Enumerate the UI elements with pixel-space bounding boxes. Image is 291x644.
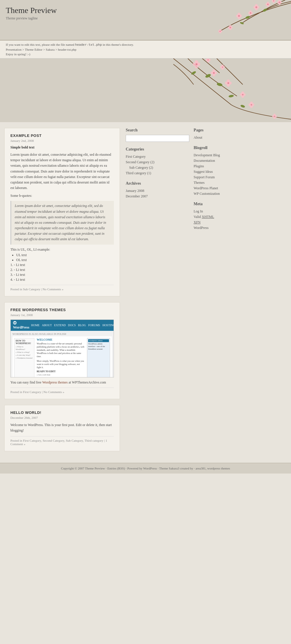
page-link[interactable]: About xyxy=(194,135,202,140)
post-1-footer: Posted in Sub Category | No Comments » xyxy=(10,285,114,291)
list-item[interactable]: Plugins xyxy=(194,164,246,169)
list-item[interactable]: Sub Category (2) xyxy=(126,165,189,170)
nav-item: DOCS xyxy=(68,324,76,327)
blogroll-link[interactable]: WP Customization xyxy=(194,192,220,196)
wp-main-mini: WELCOME WordPress is a state-of-the-art … xyxy=(37,338,85,377)
post-1: EXAMPLE POST January 2nd, 2008 Simple bo… xyxy=(4,128,120,296)
category-link[interactable]: First Category xyxy=(126,155,146,159)
list-item[interactable]: January 2008 xyxy=(126,188,189,194)
search-widget: Search xyxy=(126,128,189,142)
category-link[interactable]: Second Category (2) xyxy=(126,160,154,164)
list-item[interactable]: December 2007 xyxy=(126,194,189,199)
svg-point-46 xyxy=(240,104,245,108)
right-sidebar: Pages About Blogroll Development Blog Do… xyxy=(194,128,246,457)
nav-item: HOME xyxy=(31,324,39,327)
blogroll-link[interactable]: Support Forum xyxy=(194,175,215,179)
blogroll-link[interactable]: Documentation xyxy=(194,159,215,163)
category-link[interactable]: Third category (1) xyxy=(126,171,151,175)
svg-point-57 xyxy=(213,72,215,74)
floral-svg xyxy=(0,58,291,122)
footer-text: Copyright © 2007 Theme Preview · Entries… xyxy=(61,467,230,470)
floral-area xyxy=(0,58,291,122)
post-1-bquote-label: Some b-quotes: xyxy=(10,194,114,198)
svg-point-87 xyxy=(222,67,223,68)
list-item: ◦ Li text xyxy=(14,268,114,272)
post-1-ul: UL text OL text xyxy=(16,253,114,262)
meta-link[interactable]: Log In xyxy=(194,209,203,213)
archive-list: January 2008 December 2007 xyxy=(126,188,189,199)
list-item[interactable]: Themes xyxy=(194,180,246,186)
list-item: OL text xyxy=(16,258,114,262)
svg-point-62 xyxy=(227,82,229,84)
list-item[interactable]: Development Blog xyxy=(194,153,246,158)
post-1-li-list: ◦ Li text ◦ Li text ◦ Li text ◦ Li text xyxy=(14,263,114,282)
post-2-date: January 1st, 2008 xyxy=(10,313,114,317)
svg-point-52 xyxy=(196,63,198,65)
list-item[interactable]: Suggest Ideas xyxy=(194,169,246,175)
search-title: Search xyxy=(126,128,189,133)
list-item[interactable]: Second Category (2) xyxy=(126,159,189,165)
list-item[interactable]: Documentation xyxy=(194,158,246,164)
blogroll-link[interactable]: Themes xyxy=(194,181,205,185)
list-item: ◦ Li text xyxy=(14,263,114,267)
list-item[interactable]: Valid XHTML xyxy=(194,214,246,220)
post-1-bold: Simple bold text xyxy=(10,145,114,150)
nav-item: BLOG xyxy=(78,324,86,327)
blogroll-link[interactable]: WordPress Planet xyxy=(194,186,218,190)
list-item[interactable]: Third category (1) xyxy=(126,170,189,176)
post-1-body: Lorem ipsum dolor sit amet, consectetur … xyxy=(10,152,114,191)
meta-link[interactable]: WordPress xyxy=(194,226,209,230)
categories-title: Categories xyxy=(126,147,189,152)
wp-logo: ⓵ WordPress xyxy=(13,321,29,330)
list-item[interactable]: First Category xyxy=(126,154,189,159)
nav-item: FORUMS xyxy=(88,324,100,327)
pages-widget: Pages About xyxy=(194,128,246,140)
blogroll-title: Blogroll xyxy=(194,146,246,150)
blogroll-link[interactable]: Development Blog xyxy=(194,153,220,157)
archive-link[interactable]: January 2008 xyxy=(126,189,144,193)
wp-screenshot-thumb: wordpress admin WordPress admin interfac… xyxy=(87,338,110,377)
post-2-footer: Posted in First Category | No Comments » xyxy=(10,388,114,394)
svg-point-77 xyxy=(274,116,275,117)
post-3-body: Welcome to WordPress. This is your first… xyxy=(10,422,114,433)
list-item[interactable]: WordPress Planet xyxy=(194,186,246,191)
archives-widget: Archives January 2008 December 2007 xyxy=(126,181,189,199)
blogroll-link[interactable]: Plugins xyxy=(194,164,204,168)
wp-header: ⓵ WordPress HOME ABOUT EXTEND DOCS BLOG … xyxy=(11,320,114,331)
svg-point-72 xyxy=(251,104,252,106)
post-1-ul-label: This is UL, OL, LI example: xyxy=(10,247,114,252)
site-tagline: Theme preview tagline xyxy=(6,16,285,21)
list-item[interactable]: Support Forum xyxy=(194,175,246,180)
blogroll-list: Development Blog Documentation Plugins S… xyxy=(194,153,246,197)
svg-point-37 xyxy=(220,31,221,32)
post-2-link-text: You can easy find free Wordpress themes … xyxy=(10,380,114,385)
list-item: UL text xyxy=(16,253,114,257)
post-2-title: FREE WORDPRESS THEMES xyxy=(10,308,114,312)
meta-link[interactable]: Valid XHTML xyxy=(194,215,214,219)
wp-inner: HOW TO WORDPRESS! » What is WordPress?» … xyxy=(12,336,112,377)
wordpress-themes-link[interactable]: Wordpress themes xyxy=(42,380,68,384)
meta-list: Log In Valid XHTML XFN WordPress xyxy=(194,209,246,231)
list-item: ◦ Li text xyxy=(14,278,114,282)
blogroll-widget: Blogroll Development Blog Documentation … xyxy=(194,146,246,197)
meta-link[interactable]: XFN xyxy=(194,220,201,224)
notice-bar: If you want to edit this text, please ed… xyxy=(0,41,291,58)
wp-also: WORDPRESS IS ALSO AVAILABLE IN POLISH xyxy=(12,333,112,335)
category-link[interactable]: Sub Category (2) xyxy=(129,166,153,170)
site-title: Theme Preview xyxy=(6,6,285,15)
nav-item: EXTEND xyxy=(54,324,66,327)
blogroll-link[interactable]: Suggest Ideas xyxy=(194,170,213,174)
search-input[interactable] xyxy=(126,135,189,142)
list-item[interactable]: WP Customization xyxy=(194,191,246,197)
list-item[interactable]: XFN xyxy=(194,220,246,225)
post-2: FREE WORDPRESS THEMES January 1st, 2008 … xyxy=(4,302,120,399)
category-list: First Category Second Category (2) Sub C… xyxy=(126,154,189,176)
list-item[interactable]: Log In xyxy=(194,209,246,214)
post-1-date: January 2nd, 2008 xyxy=(10,139,114,142)
archive-link[interactable]: December 2007 xyxy=(126,194,148,198)
wp-screenshot: ⓵ WordPress HOME ABOUT EXTEND DOCS BLOG … xyxy=(10,320,114,377)
list-item[interactable]: WordPress xyxy=(194,225,246,231)
archives-title: Archives xyxy=(126,181,189,186)
list-item[interactable]: About xyxy=(194,135,246,140)
wp-body: WORDPRESS IS ALSO AVAILABLE IN POLISH HO… xyxy=(11,331,114,377)
